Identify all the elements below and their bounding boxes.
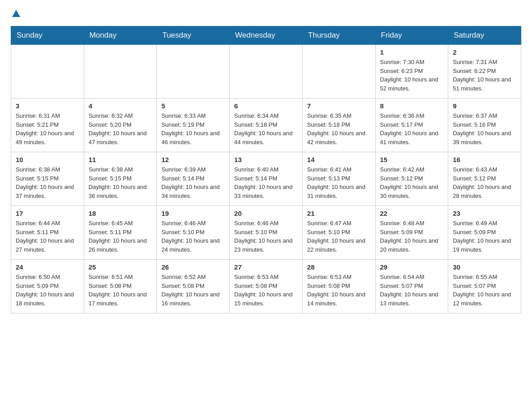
calendar-cell: 13Sunrise: 6:40 AMSunset: 5:14 PMDayligh… xyxy=(230,152,303,206)
page-header xyxy=(11,11,521,17)
day-number: 26 xyxy=(161,263,225,271)
day-number: 4 xyxy=(89,102,152,110)
calendar-cell: 16Sunrise: 6:43 AMSunset: 5:12 PMDayligh… xyxy=(448,152,521,206)
day-info: Sunrise: 6:33 AMSunset: 5:19 PMDaylight:… xyxy=(161,111,225,146)
calendar-cell: 11Sunrise: 6:38 AMSunset: 5:15 PMDayligh… xyxy=(84,152,157,206)
calendar-header-row: Sunday Monday Tuesday Wednesday Thursday… xyxy=(11,26,521,45)
header-thursday: Thursday xyxy=(302,26,375,45)
day-info: Sunrise: 6:43 AMSunset: 5:12 PMDaylight:… xyxy=(453,165,516,200)
day-number: 27 xyxy=(234,263,298,271)
day-info: Sunrise: 6:38 AMSunset: 5:15 PMDaylight:… xyxy=(89,165,152,200)
day-number: 28 xyxy=(307,263,371,271)
calendar-cell: 21Sunrise: 6:47 AMSunset: 5:10 PMDayligh… xyxy=(302,206,375,260)
day-info: Sunrise: 6:51 AMSunset: 5:08 PMDaylight:… xyxy=(89,273,152,308)
day-info: Sunrise: 6:45 AMSunset: 5:11 PMDaylight:… xyxy=(89,219,152,254)
day-info: Sunrise: 7:31 AMSunset: 6:22 PMDaylight:… xyxy=(453,58,516,93)
header-saturday: Saturday xyxy=(448,26,521,45)
calendar-cell: 14Sunrise: 6:41 AMSunset: 5:13 PMDayligh… xyxy=(302,152,375,206)
day-number: 11 xyxy=(89,156,152,163)
day-number: 30 xyxy=(453,263,516,271)
day-number: 24 xyxy=(16,263,79,271)
day-info: Sunrise: 6:31 AMSunset: 5:21 PMDaylight:… xyxy=(16,111,79,146)
calendar-cell: 12Sunrise: 6:39 AMSunset: 5:14 PMDayligh… xyxy=(157,152,230,206)
header-monday: Monday xyxy=(84,26,157,45)
day-number: 25 xyxy=(89,263,152,271)
day-info: Sunrise: 6:47 AMSunset: 5:10 PMDaylight:… xyxy=(307,219,371,254)
day-number: 18 xyxy=(89,210,152,217)
day-info: Sunrise: 6:37 AMSunset: 5:16 PMDaylight:… xyxy=(453,111,516,146)
calendar-cell: 2Sunrise: 7:31 AMSunset: 6:22 PMDaylight… xyxy=(448,45,521,98)
logo-triangle-icon xyxy=(12,10,20,17)
calendar-cell: 6Sunrise: 6:34 AMSunset: 5:18 PMDaylight… xyxy=(230,98,303,152)
header-wednesday: Wednesday xyxy=(230,26,303,45)
calendar-week-row: 10Sunrise: 6:38 AMSunset: 5:15 PMDayligh… xyxy=(11,152,521,206)
calendar-cell: 8Sunrise: 6:36 AMSunset: 5:17 PMDaylight… xyxy=(375,98,448,152)
day-number: 16 xyxy=(453,156,516,163)
day-number: 2 xyxy=(453,48,516,56)
calendar-week-row: 3Sunrise: 6:31 AMSunset: 5:21 PMDaylight… xyxy=(11,98,521,152)
day-info: Sunrise: 6:42 AMSunset: 5:12 PMDaylight:… xyxy=(380,165,444,200)
day-info: Sunrise: 6:48 AMSunset: 5:09 PMDaylight:… xyxy=(380,219,444,254)
calendar-cell: 1Sunrise: 7:30 AMSunset: 6:23 PMDaylight… xyxy=(375,45,448,98)
calendar-cell: 18Sunrise: 6:45 AMSunset: 5:11 PMDayligh… xyxy=(84,206,157,260)
day-info: Sunrise: 6:50 AMSunset: 5:09 PMDaylight:… xyxy=(16,273,79,308)
header-friday: Friday xyxy=(375,26,448,45)
day-info: Sunrise: 6:41 AMSunset: 5:13 PMDaylight:… xyxy=(307,165,371,200)
day-info: Sunrise: 6:38 AMSunset: 5:15 PMDaylight:… xyxy=(16,165,79,200)
day-number: 14 xyxy=(307,156,371,163)
day-number: 10 xyxy=(16,156,79,163)
day-number: 13 xyxy=(234,156,298,163)
day-number: 17 xyxy=(16,210,79,217)
day-info: Sunrise: 6:54 AMSunset: 5:07 PMDaylight:… xyxy=(380,273,444,308)
calendar-cell: 15Sunrise: 6:42 AMSunset: 5:12 PMDayligh… xyxy=(375,152,448,206)
calendar-cell xyxy=(11,45,84,98)
day-info: Sunrise: 6:40 AMSunset: 5:14 PMDaylight:… xyxy=(234,165,298,200)
calendar-cell: 17Sunrise: 6:44 AMSunset: 5:11 PMDayligh… xyxy=(11,206,84,260)
calendar-cell: 10Sunrise: 6:38 AMSunset: 5:15 PMDayligh… xyxy=(11,152,84,206)
calendar-cell: 4Sunrise: 6:32 AMSunset: 5:20 PMDaylight… xyxy=(84,98,157,152)
logo xyxy=(11,11,20,17)
header-sunday: Sunday xyxy=(11,26,84,45)
calendar-cell: 22Sunrise: 6:48 AMSunset: 5:09 PMDayligh… xyxy=(375,206,448,260)
calendar-cell xyxy=(230,45,303,98)
day-number: 7 xyxy=(307,102,371,110)
day-info: Sunrise: 7:30 AMSunset: 6:23 PMDaylight:… xyxy=(380,58,444,93)
day-info: Sunrise: 6:46 AMSunset: 5:10 PMDaylight:… xyxy=(161,219,225,254)
day-number: 3 xyxy=(16,102,79,110)
day-info: Sunrise: 6:52 AMSunset: 5:08 PMDaylight:… xyxy=(161,273,225,308)
calendar-week-row: 24Sunrise: 6:50 AMSunset: 5:09 PMDayligh… xyxy=(11,260,521,313)
day-number: 21 xyxy=(307,210,371,217)
day-info: Sunrise: 6:39 AMSunset: 5:14 PMDaylight:… xyxy=(161,165,225,200)
day-number: 5 xyxy=(161,102,225,110)
day-number: 15 xyxy=(380,156,444,163)
day-info: Sunrise: 6:44 AMSunset: 5:11 PMDaylight:… xyxy=(16,219,79,254)
day-number: 6 xyxy=(234,102,298,110)
calendar-table: Sunday Monday Tuesday Wednesday Thursday… xyxy=(11,26,521,313)
calendar-cell: 3Sunrise: 6:31 AMSunset: 5:21 PMDaylight… xyxy=(11,98,84,152)
day-info: Sunrise: 6:49 AMSunset: 5:09 PMDaylight:… xyxy=(453,219,516,254)
calendar-cell: 25Sunrise: 6:51 AMSunset: 5:08 PMDayligh… xyxy=(84,260,157,313)
calendar-cell: 26Sunrise: 6:52 AMSunset: 5:08 PMDayligh… xyxy=(157,260,230,313)
day-info: Sunrise: 6:34 AMSunset: 5:18 PMDaylight:… xyxy=(234,111,298,146)
calendar-cell: 20Sunrise: 6:46 AMSunset: 5:10 PMDayligh… xyxy=(230,206,303,260)
day-number: 29 xyxy=(380,263,444,271)
day-info: Sunrise: 6:32 AMSunset: 5:20 PMDaylight:… xyxy=(89,111,152,146)
calendar-week-row: 17Sunrise: 6:44 AMSunset: 5:11 PMDayligh… xyxy=(11,206,521,260)
calendar-cell xyxy=(157,45,230,98)
day-number: 22 xyxy=(380,210,444,217)
day-number: 12 xyxy=(161,156,225,163)
header-tuesday: Tuesday xyxy=(157,26,230,45)
day-number: 1 xyxy=(380,48,444,56)
calendar-cell: 28Sunrise: 6:53 AMSunset: 5:08 PMDayligh… xyxy=(302,260,375,313)
day-number: 9 xyxy=(453,102,516,110)
day-info: Sunrise: 6:55 AMSunset: 5:07 PMDaylight:… xyxy=(453,273,516,308)
day-number: 19 xyxy=(161,210,225,217)
day-info: Sunrise: 6:53 AMSunset: 5:08 PMDaylight:… xyxy=(307,273,371,308)
calendar-week-row: 1Sunrise: 7:30 AMSunset: 6:23 PMDaylight… xyxy=(11,45,521,98)
calendar-cell: 30Sunrise: 6:55 AMSunset: 5:07 PMDayligh… xyxy=(448,260,521,313)
day-info: Sunrise: 6:53 AMSunset: 5:08 PMDaylight:… xyxy=(234,273,298,308)
calendar-cell: 23Sunrise: 6:49 AMSunset: 5:09 PMDayligh… xyxy=(448,206,521,260)
calendar-cell: 19Sunrise: 6:46 AMSunset: 5:10 PMDayligh… xyxy=(157,206,230,260)
calendar-cell: 24Sunrise: 6:50 AMSunset: 5:09 PMDayligh… xyxy=(11,260,84,313)
calendar-cell: 9Sunrise: 6:37 AMSunset: 5:16 PMDaylight… xyxy=(448,98,521,152)
